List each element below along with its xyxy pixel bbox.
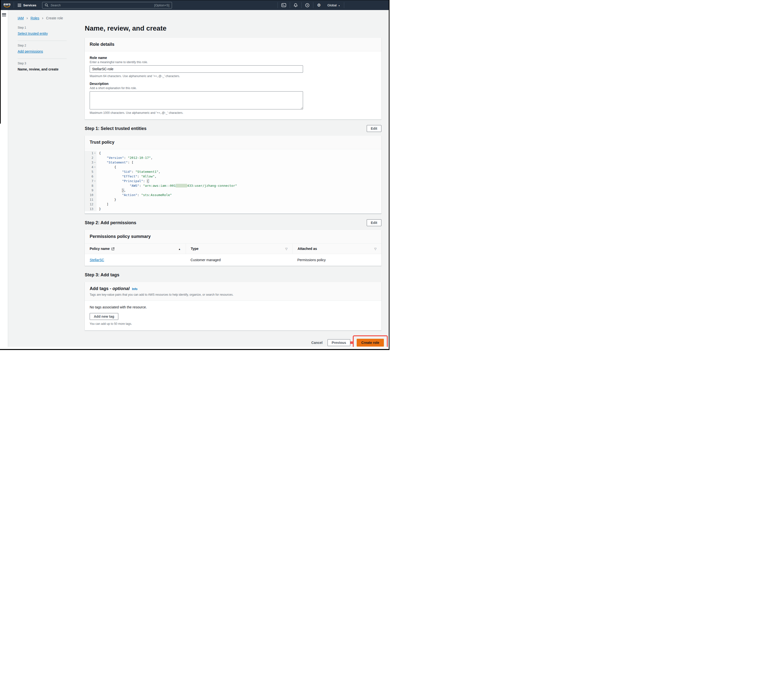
line-number: 1▾ bbox=[85, 151, 97, 155]
column-header-policy-name[interactable]: Policy name bbox=[85, 243, 186, 254]
code-line: 4▾ { bbox=[85, 165, 381, 169]
permissions-summary-panel: Permissions policy summary Policy name bbox=[85, 230, 381, 266]
gear-icon: ⚙ bbox=[317, 3, 321, 7]
policy-type-cell: Customer managed bbox=[186, 254, 293, 266]
browser-page: aws Services Search [Option+S] ? bbox=[0, 0, 390, 350]
line-number: 11 bbox=[85, 197, 97, 202]
tags-limit-hint: You can add up to 50 more tags. bbox=[90, 322, 376, 325]
code-line: 7▾ "Principal": { bbox=[85, 179, 381, 183]
role-name-constraint: Maximum 64 characters. Use alphanumeric … bbox=[90, 74, 376, 78]
breadcrumb: IAM Roles Create role bbox=[18, 16, 381, 20]
topbar-divider bbox=[301, 2, 302, 8]
window-edge-bar bbox=[0, 0, 1, 123]
fold-arrow-icon[interactable]: ▾ bbox=[93, 165, 97, 169]
topbar-divider bbox=[277, 2, 278, 8]
sidebar-step-add-permissions[interactable]: Add permissions bbox=[18, 50, 43, 53]
policy-stellarsc-link[interactable]: StellarSC bbox=[90, 258, 104, 262]
sort-ascending-icon bbox=[178, 247, 181, 251]
region-selector[interactable]: Global bbox=[324, 3, 343, 7]
fold-arrow-icon[interactable]: ▾ bbox=[93, 160, 97, 165]
wizard-steps-nav: Step 1 Select trusted entity Step 2 Add … bbox=[18, 24, 67, 347]
settings-button[interactable]: ⚙ bbox=[314, 3, 324, 7]
collapsed-sidebar bbox=[0, 10, 8, 347]
fold-arrow-icon[interactable]: ▾ bbox=[93, 179, 97, 183]
code-line: 3▾ "Statement": [ bbox=[85, 160, 381, 165]
description-field[interactable] bbox=[90, 91, 303, 109]
code-line: 6 "Effect": "Allow", bbox=[85, 174, 381, 179]
breadcrumb-iam-link[interactable]: IAM bbox=[18, 16, 24, 20]
services-label: Services bbox=[23, 3, 37, 7]
code-line: 1▾{ bbox=[85, 151, 381, 155]
role-details-header: Role details bbox=[85, 38, 381, 52]
column-header-attached-as[interactable]: Attached as bbox=[293, 243, 381, 254]
filter-icon bbox=[374, 247, 376, 251]
filter-icon bbox=[285, 247, 288, 251]
no-tags-message: No tags associated with the resource. bbox=[90, 305, 376, 309]
trust-policy-panel: Trust policy 1▾{2 "Version": "2012-10-17… bbox=[85, 136, 381, 214]
code-line: 2 "Version": "2012-10-17", bbox=[85, 155, 381, 160]
add-tags-title-optional: optional bbox=[112, 286, 130, 291]
chevron-right-icon bbox=[27, 16, 28, 20]
code-line: 13} bbox=[85, 207, 381, 211]
column-header-type[interactable]: Type bbox=[186, 243, 293, 254]
sidebar-step-select-trusted-entity[interactable]: Select trusted entity bbox=[18, 32, 48, 35]
trust-policy-title: Trust policy bbox=[90, 140, 376, 145]
code-line: 8 "AWS": "arn:aws:iam::001 433:user/jzha… bbox=[85, 183, 381, 188]
line-number: 7▾ bbox=[85, 179, 97, 183]
attached-as-column-label: Attached as bbox=[298, 247, 317, 251]
chevron-down-icon bbox=[338, 3, 340, 7]
step1-section-heading: Step 1: Select trusted entities bbox=[85, 126, 147, 131]
wizard-footer: Cancel Previous Create role bbox=[85, 335, 381, 347]
search-input[interactable]: Search [Option+S] bbox=[42, 2, 172, 8]
notifications-button[interactable] bbox=[291, 3, 301, 7]
main-content: IAM Roles Create role Step 1 Select trus… bbox=[8, 10, 389, 347]
divider bbox=[18, 58, 67, 59]
step2-eyebrow: Step 2 bbox=[18, 44, 67, 47]
cancel-button[interactable]: Cancel bbox=[311, 341, 323, 345]
previous-button[interactable]: Previous bbox=[328, 339, 350, 346]
role-name-hint: Enter a meaningful name to identify this… bbox=[90, 60, 376, 64]
aws-logo-text: aws bbox=[3, 2, 11, 6]
line-number: 9 bbox=[85, 188, 97, 193]
search-shortcut-hint: [Option+S] bbox=[154, 3, 169, 7]
help-button[interactable]: ? bbox=[302, 3, 313, 7]
fold-arrow-icon[interactable]: ▾ bbox=[93, 151, 97, 155]
trust-policy-header: Trust policy bbox=[85, 136, 381, 149]
chevron-right-icon bbox=[42, 16, 43, 20]
description-label: Description bbox=[90, 82, 376, 86]
role-name-label: Role name bbox=[90, 56, 376, 60]
create-role-button[interactable]: Create role bbox=[357, 339, 384, 347]
edit-permissions-button[interactable]: Edit bbox=[367, 219, 381, 226]
role-details-panel: Role details Role name Enter a meaningfu… bbox=[85, 38, 381, 120]
edit-trusted-entities-button[interactable]: Edit bbox=[367, 125, 381, 132]
aws-logo[interactable]: aws bbox=[3, 2, 11, 8]
line-number: 3▾ bbox=[85, 160, 97, 165]
description-constraint: Maximum 1000 characters. Use alphanumeri… bbox=[90, 111, 376, 115]
step3-eyebrow: Step 3 bbox=[18, 62, 67, 65]
line-number: 10 bbox=[85, 193, 97, 197]
aws-smile-icon bbox=[4, 6, 10, 8]
hamburger-menu-icon[interactable] bbox=[2, 13, 6, 17]
breadcrumb-roles-link[interactable]: Roles bbox=[31, 16, 39, 20]
topbar-right-cluster: ? ⚙ Global bbox=[277, 2, 386, 8]
page-title: Name, review, and create bbox=[85, 25, 381, 32]
region-label: Global bbox=[327, 3, 337, 7]
code-line: 5 "Sid": "Statement1", bbox=[85, 169, 381, 174]
line-number: 6 bbox=[85, 174, 97, 179]
add-tags-panel: Add tags - optional Info Tags are key-va… bbox=[85, 282, 381, 330]
services-menu-button[interactable]: Services bbox=[15, 3, 40, 7]
permissions-summary-header: Permissions policy summary bbox=[85, 230, 381, 243]
annotation-highlight-box: Create role bbox=[353, 335, 388, 347]
step3-section-heading: Step 3: Add tags bbox=[85, 272, 119, 278]
description-hint: Add a short explanation for this role. bbox=[90, 87, 376, 90]
role-details-title: Role details bbox=[90, 42, 376, 47]
cloudshell-button[interactable] bbox=[278, 3, 289, 7]
line-number: 4▾ bbox=[85, 165, 97, 169]
add-tags-title-dash: - bbox=[109, 286, 112, 291]
add-tags-description: Tags are key-value pairs that you can ad… bbox=[90, 293, 376, 297]
annotation-pointer-icon bbox=[350, 342, 354, 344]
role-name-field[interactable] bbox=[90, 65, 303, 73]
add-new-tag-button[interactable]: Add new tag bbox=[90, 313, 118, 320]
bell-icon bbox=[294, 3, 298, 7]
info-link[interactable]: Info bbox=[132, 287, 137, 291]
